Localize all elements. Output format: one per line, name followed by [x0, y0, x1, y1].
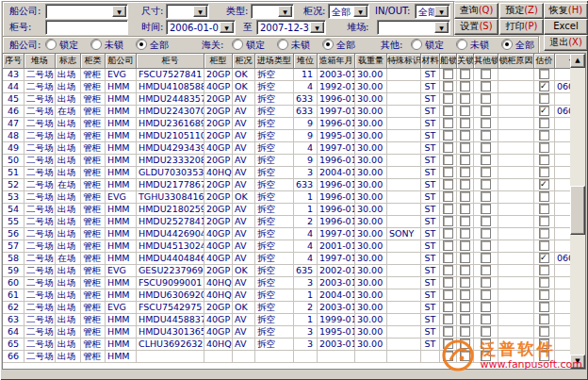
lock-checkbox[interactable] [481, 277, 491, 288]
query-button[interactable]: 查询(Q) [454, 3, 498, 19]
table-row[interactable]: 47二号场出场管柜HMMHMDU236168920GPAV拆空91996-013… [3, 118, 570, 130]
lock-checkbox[interactable] [481, 289, 491, 300]
table-row[interactable]: 57二号场出场管柜HMMHMDU451302440GPAV拆空42001-013… [3, 240, 570, 253]
lock-checkbox[interactable] [460, 93, 470, 104]
lock-checkbox[interactable] [443, 253, 453, 263]
lock-checkbox[interactable] [443, 289, 453, 300]
column-header[interactable]: 序号 [3, 54, 24, 69]
estimate-checkbox[interactable] [539, 326, 549, 337]
lock-checkbox[interactable] [460, 216, 470, 226]
lock-checkbox[interactable] [443, 314, 453, 324]
estimate-checkbox[interactable] [539, 277, 549, 288]
lock-checkbox[interactable] [481, 228, 491, 239]
lock-checkbox[interactable] [481, 179, 491, 190]
column-header[interactable]: 船锁 [440, 54, 457, 69]
settings-button[interactable]: 设置(S) [454, 19, 498, 35]
radio-company-all[interactable]: 全部 [136, 39, 169, 52]
type-combobox[interactable]: ▼ [251, 4, 294, 19]
lock-checkbox[interactable] [443, 69, 453, 79]
table-row[interactable]: 52二号场在场管柜HMMHMDU217786720GPAV拆空6331996-0… [3, 179, 570, 191]
estimate-checkbox[interactable] [539, 142, 549, 153]
estimate-checkbox[interactable] [539, 302, 549, 312]
lock-checkbox[interactable] [481, 253, 491, 263]
dropdown-button[interactable]: ▼ [310, 22, 324, 33]
lock-checkbox[interactable] [460, 265, 470, 275]
lock-checkbox[interactable] [460, 253, 470, 263]
lock-checkbox[interactable] [460, 167, 470, 177]
table-row[interactable]: 48二号场出场管柜HMMHMDU210511020GPAV拆空91995-013… [3, 130, 570, 142]
estimate-checkbox[interactable] [539, 106, 549, 116]
dropdown-button[interactable]: ▼ [353, 6, 368, 17]
lock-checkbox[interactable] [481, 130, 491, 140]
lock-checkbox[interactable] [460, 289, 470, 300]
yard-combobox[interactable]: ▼ [377, 20, 450, 35]
cabinet-no-input[interactable] [45, 20, 128, 35]
lock-checkbox[interactable] [460, 240, 470, 251]
lock-checkbox[interactable] [460, 118, 470, 128]
estimate-checkbox[interactable] [539, 204, 549, 214]
estimate-checkbox[interactable] [539, 216, 549, 226]
lock-checkbox[interactable] [443, 142, 453, 153]
estimate-checkbox[interactable] [539, 155, 549, 165]
lock-checkbox[interactable] [460, 204, 470, 214]
lock-checkbox[interactable] [443, 93, 453, 104]
company-combobox[interactable]: ▼ [45, 4, 128, 19]
column-header[interactable]: 关锁 [457, 54, 474, 69]
dropdown-button[interactable]: ▼ [193, 6, 207, 17]
lock-checkbox[interactable] [460, 179, 470, 190]
radio-customs-locked[interactable]: 锁定 [232, 39, 265, 52]
lock-checkbox[interactable] [460, 69, 470, 79]
lock-checkbox[interactable] [460, 314, 470, 324]
dropdown-button[interactable]: ▼ [112, 6, 126, 17]
reserve-button[interactable]: 预定(Z) [499, 3, 544, 19]
radio-company-locked[interactable]: 锁定 [45, 39, 78, 52]
column-header[interactable]: 堆场 [24, 54, 56, 69]
lock-checkbox[interactable] [443, 130, 453, 140]
estimate-checkbox[interactable] [539, 118, 549, 128]
dropdown-button[interactable]: ▼ [434, 22, 449, 33]
radio-customs-all[interactable]: 全部 [322, 39, 355, 52]
vertical-scrollbar[interactable]: ▲ ▼ [570, 54, 585, 369]
dropdown-button[interactable]: ▼ [434, 6, 449, 17]
table-row[interactable]: 63二号场出场管柜HMMHMDU445883740GPAV拆空11999-013… [3, 314, 570, 326]
lock-checkbox[interactable] [443, 167, 453, 177]
table-row[interactable]: 62二号场出场管柜EVGFSCU754297520GPOK拆空22003-013… [3, 302, 570, 314]
table-row[interactable]: 64二号场出场管柜HMMHMDU430136540GPAV拆空31995-013… [3, 326, 570, 339]
lock-checkbox[interactable] [460, 326, 470, 337]
lock-checkbox[interactable] [443, 277, 453, 288]
lock-checkbox[interactable] [481, 118, 491, 128]
table-row[interactable]: 55二号场出场管柜HMMHMDU252784120GPAV拆空21996-013… [3, 216, 570, 228]
estimate-checkbox[interactable] [539, 314, 549, 324]
size-combobox[interactable]: ▼ [166, 4, 209, 19]
column-header[interactable]: 柜号 [137, 54, 204, 69]
lock-checkbox[interactable] [443, 204, 453, 214]
lock-checkbox[interactable] [481, 81, 491, 91]
lock-checkbox[interactable] [443, 191, 453, 202]
lock-checkbox[interactable] [443, 265, 453, 275]
table-row[interactable]: 59二号场出场管柜EVGGESU223796920GPOK拆空6352002-0… [3, 265, 570, 277]
lock-checkbox[interactable] [481, 204, 491, 214]
estimate-checkbox[interactable] [539, 289, 549, 300]
scrollbar-thumb[interactable] [570, 186, 585, 235]
date-from-picker[interactable]: 2006-01-01 ▼ [166, 20, 236, 35]
column-header[interactable]: 估价 [534, 54, 555, 69]
table-row[interactable]: 60二号场出场管柜HMMFSCU909900140HQAV拆空32003-013… [3, 277, 570, 289]
lock-checkbox[interactable] [460, 130, 470, 140]
table-row[interactable]: 61二号场出场管柜HMMHMDU630692040HQAV拆空12004-013… [3, 289, 570, 302]
lock-checkbox[interactable] [481, 69, 491, 79]
table-row[interactable]: 54二号场出场管柜HMMHMDU218025920GPAV拆空11996-013… [3, 204, 570, 216]
lock-checkbox[interactable] [481, 216, 491, 226]
radio-other-locked[interactable]: 锁定 [411, 39, 444, 52]
lock-checkbox[interactable] [481, 93, 491, 104]
table-row[interactable]: 50二号场出场管柜HMMHMDU233320820GPAV拆空91996-013… [3, 155, 570, 167]
column-header[interactable]: 柜况 [233, 54, 255, 69]
column-header[interactable]: 其他锁 [474, 54, 498, 69]
column-header[interactable]: 进场类型 [255, 54, 294, 69]
lock-checkbox[interactable] [443, 302, 453, 312]
lock-checkbox[interactable] [481, 265, 491, 275]
column-header[interactable]: 柜类 [81, 54, 106, 69]
estimate-checkbox[interactable] [539, 191, 549, 202]
lock-checkbox[interactable] [481, 326, 491, 337]
table-row[interactable]: 43二号场出场管柜EVGFSCU752784120GPOK拆空112003-01… [3, 69, 570, 81]
lock-checkbox[interactable] [460, 81, 470, 91]
